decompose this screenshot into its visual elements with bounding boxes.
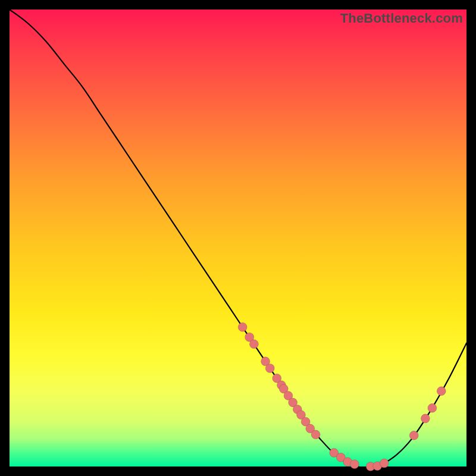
highlight-dot — [421, 414, 430, 423]
highlight-dot — [437, 387, 446, 396]
highlight-dot — [409, 431, 418, 440]
bottleneck-curve — [10, 10, 466, 468]
highlight-dot — [249, 340, 258, 349]
highlight-dot — [265, 364, 274, 372]
highlight-dot — [380, 459, 389, 468]
chart-svg — [10, 10, 466, 466]
highlight-dot — [238, 322, 247, 331]
highlight-dot — [311, 430, 320, 439]
chart-frame: TheBottleneck.com — [10, 10, 466, 466]
highlight-dots-group — [238, 322, 446, 471]
highlight-dot — [350, 460, 359, 469]
highlight-dot — [428, 403, 437, 412]
